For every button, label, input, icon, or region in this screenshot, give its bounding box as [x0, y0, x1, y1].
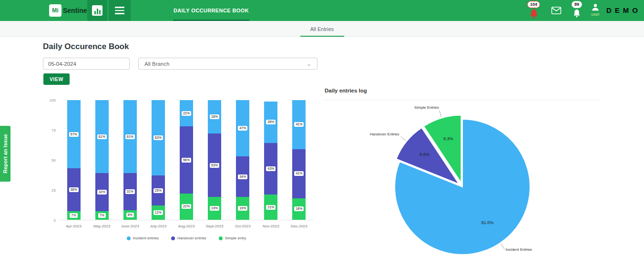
bar-chart-icon — [92, 5, 102, 16]
bar-x-label: July-2023 — [144, 224, 172, 228]
bar-segment: 7% — [67, 211, 81, 220]
bar-segment-label: 7% — [98, 213, 106, 218]
alarm-bell-button[interactable]: 104 — [527, 1, 540, 20]
notification-bell-icon — [571, 8, 583, 20]
pie-outer-label: Handover Entries — [370, 132, 399, 136]
bar-x-label: Aug-2023 — [172, 224, 200, 228]
bar-segment: 61% — [95, 100, 109, 173]
bar-segment-label: 43% — [266, 166, 276, 171]
page-title: Daily Occurence Book — [43, 42, 129, 51]
view-button[interactable]: VIEW — [43, 73, 70, 85]
legend-item: Incident entries — [127, 236, 159, 240]
y-axis-tick: 100 — [50, 98, 56, 102]
bar-segment-label: 53% — [210, 163, 219, 168]
bar-segment: 34% — [236, 156, 249, 197]
pie-leader-line — [501, 244, 505, 249]
bar-segment-label: 63% — [153, 135, 163, 140]
branch-select[interactable]: All Branch ⌄ — [138, 58, 317, 70]
bar-segment: 32% — [95, 173, 109, 211]
legend-item: Handover entries — [171, 236, 206, 240]
bar-segment: 31% — [123, 173, 137, 210]
bar-segment: 7% — [95, 211, 109, 220]
logo-text: Sentinel — [63, 7, 89, 14]
tab-all-entries[interactable]: All Entries — [300, 21, 344, 37]
stacked-bar-chart: 0255075100 57%36%7%61%32%7%61%31%8%63%25… — [45, 98, 317, 246]
hamburger-icon — [115, 7, 124, 14]
pie-leader-line — [401, 137, 406, 141]
pie-percent-label: 9.3% — [443, 136, 453, 141]
bar-segment-label: 41% — [294, 122, 304, 127]
pie-outer-label: Incident Entries — [506, 247, 532, 252]
bar-segment-label: 19% — [210, 206, 219, 211]
bar-segment-label: 25% — [153, 188, 163, 193]
pie-chart: 81.0%Incident Entries9.6%Handover Entrie… — [325, 100, 599, 256]
avatar — [591, 3, 600, 11]
menu-button[interactable] — [109, 0, 131, 21]
bar-x-label: Nov-2023 — [257, 224, 285, 228]
bar-segment-label: 28% — [210, 114, 219, 119]
pie-percent-label: 9.6% — [419, 152, 429, 157]
bar-segment: 22% — [180, 100, 193, 126]
bar-segment: 18% — [292, 198, 306, 220]
y-axis-tick: 0 — [54, 218, 56, 223]
alarm-badge: 104 — [527, 1, 540, 8]
bar-segment: 53% — [208, 133, 221, 197]
bar-segment-label: 22% — [182, 111, 191, 116]
bar-segment: 41% — [292, 100, 306, 149]
bar-segment: 47% — [236, 100, 249, 156]
bar-segment-label: 61% — [125, 134, 135, 139]
notifications-button[interactable]: 89 — [571, 1, 583, 20]
navbar-title: DAILY OCCURRENCE BOOK — [173, 0, 249, 21]
bar-column: 41%41%18% — [285, 100, 313, 220]
logo-icon: Mi — [49, 4, 61, 17]
branch-select-value: All Branch — [144, 61, 169, 67]
bar-column: 63%25%12% — [144, 100, 172, 220]
pie-percent-label: 81.0% — [481, 220, 494, 225]
bar-segment-label: 19% — [238, 206, 247, 211]
bar-segment-label: 61% — [97, 134, 107, 139]
bar-column: 28%53%19% — [201, 100, 229, 220]
bar-segment-label: 56% — [182, 158, 191, 163]
section-title: Daily entries log — [325, 88, 599, 93]
dashboard-chart-button[interactable] — [87, 0, 107, 21]
bar-segment-label: 8% — [126, 213, 134, 217]
bar-segment: 63% — [152, 100, 165, 175]
bar-column: 61%31%8% — [116, 100, 144, 220]
bar-column: 47%34%19% — [229, 100, 257, 220]
bar-segment: 41% — [292, 149, 306, 198]
bar-segment: 35% — [264, 102, 277, 143]
demo-watermark: DEMO — [606, 6, 641, 14]
bar-x-label: Sept-2023 — [201, 224, 229, 228]
legend-dot — [127, 236, 131, 240]
bar-segment-label: 18% — [294, 206, 304, 211]
report-issue-button[interactable]: Report an Issue — [0, 126, 10, 182]
chevron-down-icon: ⌄ — [307, 61, 311, 67]
bar-segment-label: 47% — [238, 126, 247, 131]
bar-x-label: May-2023 — [88, 224, 116, 228]
legend-label: Incident entries — [133, 236, 159, 240]
report-issue-label: Report an Issue — [2, 134, 8, 174]
legend-label: Simple entry — [225, 236, 246, 240]
app-logo[interactable]: Mi Sentinel — [49, 0, 89, 21]
bar-segment: 43% — [264, 143, 277, 195]
bar-segment-label: 32% — [97, 190, 107, 195]
user-menu[interactable]: user — [591, 3, 600, 17]
bar-segment: 56% — [180, 126, 193, 194]
navbar: Mi Sentinel DAILY OCCURRENCE BOOK 104 — [0, 0, 644, 21]
logo-prefix: Mi — [52, 7, 58, 14]
bar-segment-label: 12% — [153, 210, 163, 215]
bar-segment-label: 57% — [69, 132, 79, 137]
y-axis-tick: 25 — [51, 188, 56, 193]
bar-segment: 57% — [67, 100, 81, 168]
bar-chart-x-axis: Apr-2023May-2023June-2023July-2023Aug-20… — [60, 224, 313, 228]
y-axis-tick: 50 — [51, 158, 56, 163]
bar-segment: 22% — [180, 194, 193, 220]
legend-label: Handover entries — [177, 236, 206, 240]
legend-dot — [171, 236, 175, 240]
bar-segment: 61% — [123, 100, 137, 173]
bar-segment-label: 22% — [182, 204, 191, 209]
bar-column: 35%43%21% — [257, 100, 285, 220]
mail-button[interactable] — [551, 6, 562, 15]
date-input[interactable] — [43, 58, 130, 70]
bar-segment: 19% — [208, 197, 221, 220]
